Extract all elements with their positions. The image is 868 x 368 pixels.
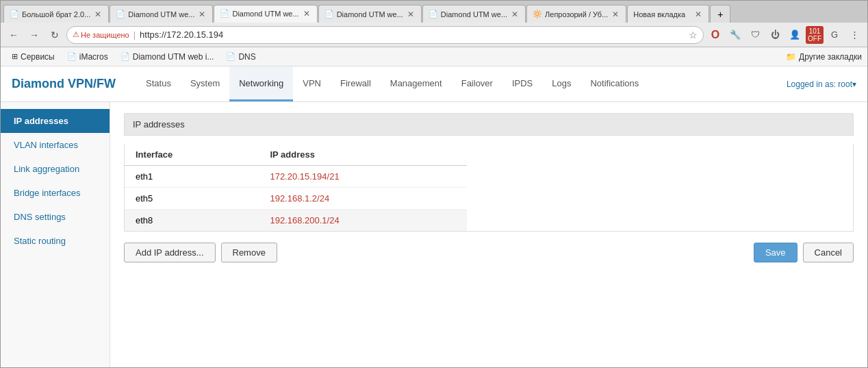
tab-bar: 📄 Большой брат 2.0... ✕ 📄 Diamond UTM we… [1,1,867,23]
opera-icon[interactable]: O [706,26,724,44]
nav-networking[interactable]: Networking [229,66,293,101]
bookmark-diamond[interactable]: 📄 Diamond UTM web i... [115,50,220,64]
reload-button[interactable]: ↻ [46,26,64,44]
tab-1-title: Большой брат 2.0... [22,10,90,19]
section-header: IP addresses [124,113,854,136]
separator: | [133,29,136,40]
new-tab-button[interactable]: + [710,5,730,23]
other-bookmarks-button[interactable]: 📁 Другие закладки [786,52,862,62]
nav-status[interactable]: Status [136,66,181,101]
warning-icon: ⚠ [73,30,79,39]
sidebar-item-vlan-interfaces[interactable]: VLAN interfaces [1,133,110,157]
remove-button[interactable]: Remove [221,243,277,262]
tab-2-icon: 📄 [116,10,125,19]
tab-3-close[interactable]: ✕ [302,9,311,19]
logged-in-link[interactable]: Logged in as: root▾ [787,79,856,89]
bookmark-imacros[interactable]: 📄 iMacros [62,50,114,64]
add-ip-button[interactable]: Add IP address... [124,243,216,262]
tab-4-close[interactable]: ✕ [406,10,416,19]
tab-4[interactable]: 📄 Diamond UTM we... ✕ [318,5,422,23]
bookmarks-right: 📁 Другие закладки [786,52,862,62]
tab-2-close[interactable]: ✕ [197,10,207,19]
col-ip-header: IP address [259,144,467,166]
tab-1[interactable]: 📄 Большой брат 2.0... ✕ [3,5,109,23]
main-nav: Status System Networking VPN Firewall Ma… [136,66,648,101]
tab-2-title: Diamond UTM we... [128,10,194,19]
sidebar-item-link-aggregation[interactable]: Link aggregation [1,157,110,181]
dns-icon: 📄 [226,52,235,61]
cancel-button[interactable]: Cancel [803,243,854,262]
logo-vpnfw: VPN/FW [68,77,116,90]
tab-3-title: Diamond UTM we... [232,10,298,18]
nav-system[interactable]: System [181,66,229,101]
menu-button[interactable]: ⋮ [845,26,863,44]
tab-3[interactable]: 📄 Diamond UTM we... ✕ [214,5,317,23]
table-row[interactable]: eth1 172.20.15.194/21 [125,166,467,188]
services-icon: ⊞ [12,52,18,61]
ip-table: Interface IP address eth1 172.20.15.194/… [125,144,467,231]
tab-6[interactable]: 🔆 Лепрозорий / Уб... ✕ [526,5,626,23]
ip-cell: 172.20.15.194/21 [259,166,467,188]
browser-frame: 📄 Большой брат 2.0... ✕ 📄 Diamond UTM we… [0,0,868,368]
tab-5-icon: 📄 [429,10,438,19]
back-button[interactable]: ← [5,26,23,44]
tab-2[interactable]: 📄 Diamond UTM we... ✕ [110,5,213,23]
ip-link[interactable]: 172.20.15.194/21 [270,171,339,182]
nav-firewall[interactable]: Firewall [331,66,381,101]
power-icon[interactable]: ⏻ [766,26,784,44]
main-layout: IP addresses VLAN interfaces Link aggreg… [1,102,867,367]
tab-1-close[interactable]: ✕ [93,10,103,19]
tab-7-close[interactable]: ✕ [693,10,703,19]
logo-diamond: Diamond [12,77,64,90]
imacros-icon: 📄 [67,52,77,61]
toolbar-icons: O 🔧 🛡 ⏻ 👤 101OFF G ⋮ [706,26,863,44]
nav-logs[interactable]: Logs [542,66,580,101]
bookmark-services-label: Сервисы [21,52,55,62]
tab-6-icon: 🔆 [533,10,542,19]
sidebar-item-dns-settings[interactable]: DNS settings [1,205,110,229]
sidebar-item-static-routing[interactable]: Static routing [1,229,110,253]
interface-cell: eth5 [125,188,259,210]
bookmark-star-icon[interactable]: ☆ [689,29,698,40]
table-row[interactable]: eth8 192.168.200.1/24 [125,210,467,232]
ip-link[interactable]: 192.168.1.2/24 [270,193,329,204]
tab-3-icon: 📄 [220,9,229,19]
extension-icon-4[interactable]: G [826,26,843,44]
extension-icon-1[interactable]: 🔧 [726,26,744,44]
nav-management[interactable]: Management [381,66,452,101]
bookmark-services[interactable]: ⊞ Сервисы [6,50,60,64]
tab-5-title: Diamond UTM we... [441,10,507,19]
app-content: Diamond VPN/FW Status System Networking … [1,66,867,367]
tab-6-title: Лепрозорий / Уб... [545,10,608,19]
ip-link[interactable]: 192.168.200.1/24 [270,215,339,225]
security-text: Не защищено [81,31,129,39]
address-bar-row: ← → ↻ ⚠ Не защищено | https://172.20.15.… [1,23,867,47]
nav-vpn[interactable]: VPN [293,66,331,101]
tab-7[interactable]: Новая вкладка ✕ [627,5,709,23]
bookmark-dns[interactable]: 📄 DNS [220,50,261,64]
interface-cell: eth8 [125,210,259,232]
diamond-icon: 📄 [120,52,130,61]
content-area: IP addresses Interface IP address eth1 [110,102,867,367]
extension-icon-2[interactable]: 🛡 [746,26,764,44]
address-bar[interactable]: ⚠ Не защищено | https://172.20.15.194 ☆ [66,26,704,44]
footer-buttons: Add IP address... Remove Save Cancel [124,240,854,262]
security-warning: ⚠ Не защищено [73,30,129,39]
nav-right: Logged in as: root▾ [787,79,856,89]
forward-button[interactable]: → [25,26,43,44]
sidebar-item-bridge-interfaces[interactable]: Bridge interfaces [1,181,110,205]
bookmark-diamond-label: Diamond UTM web i... [133,52,214,62]
sidebar-item-ip-addresses[interactable]: IP addresses [1,109,110,133]
save-button[interactable]: Save [754,243,797,262]
extension-icon-3[interactable]: 👤 [786,26,804,44]
tab-5-close[interactable]: ✕ [510,10,520,19]
other-bookmarks-label: Другие закладки [799,52,862,62]
sidebar: IP addresses VLAN interfaces Link aggreg… [1,102,110,367]
tab-5[interactable]: 📄 Diamond UTM we... ✕ [422,5,526,23]
tab-6-close[interactable]: ✕ [611,10,620,19]
nav-ipds[interactable]: IPDS [502,66,542,101]
nav-notifications[interactable]: Notifications [580,66,648,101]
counter-badge[interactable]: 101OFF [806,26,824,44]
table-row[interactable]: eth5 192.168.1.2/24 [125,188,467,210]
nav-failover[interactable]: Failover [452,66,502,101]
